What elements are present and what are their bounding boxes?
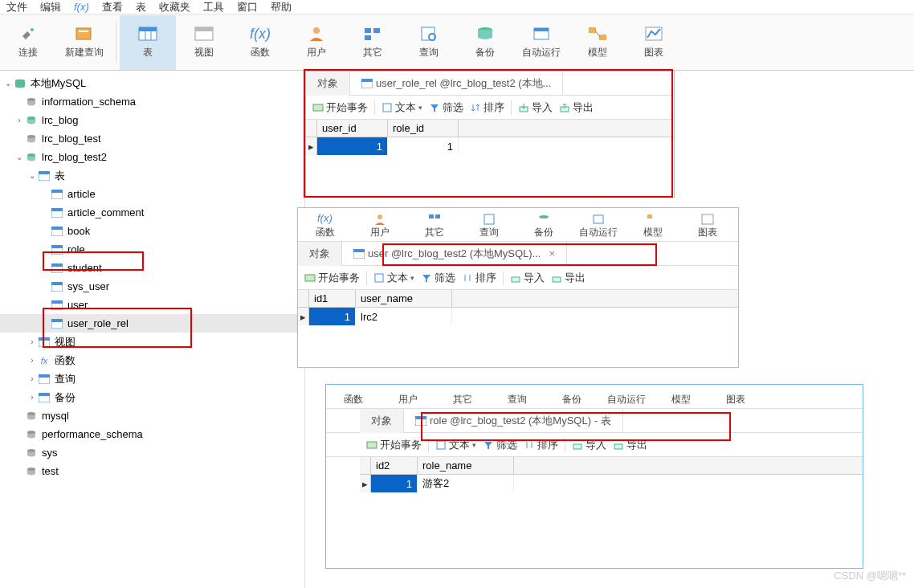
tree-item-article-comment[interactable]: article_comment <box>0 203 304 222</box>
mini-user[interactable]: 用户 <box>353 214 407 239</box>
menu-edit[interactable]: 编辑 <box>40 0 61 14</box>
mini-other[interactable]: 其它 <box>407 214 462 239</box>
mini-chart[interactable]: 图表 <box>680 214 735 239</box>
table-row[interactable]: ▸ 1 1 <box>306 137 674 155</box>
tree-item-student[interactable]: student <box>0 259 304 277</box>
menu-fx[interactable]: f(x) <box>74 1 89 13</box>
mini-auto[interactable]: 自动运行 <box>571 214 626 239</box>
col-user-id[interactable]: user_id <box>317 120 388 137</box>
mini-fx[interactable]: 函数 <box>326 393 381 406</box>
menu-file[interactable]: 文件 <box>6 0 27 14</box>
mini-model[interactable]: 模型 <box>654 393 708 406</box>
tree-item-mysql[interactable]: mysql <box>0 406 304 425</box>
tree-item-test[interactable]: test <box>0 462 304 480</box>
tab-user-role-rel[interactable]: user_role_rel @lrc_blog_test2 (本地... <box>350 71 563 96</box>
filter[interactable]: 筛选 <box>429 100 463 115</box>
tool-query[interactable]: 查询 <box>401 15 457 70</box>
col-id1[interactable]: id1 <box>309 290 356 307</box>
tree-item-视图[interactable]: ›视图 <box>0 333 304 351</box>
mini-user[interactable]: 用户 <box>381 393 435 406</box>
text-mode[interactable]: 文本▾ <box>382 100 422 115</box>
menu-window[interactable]: 窗口 <box>237 0 258 14</box>
tree-item-performance-schema[interactable]: performance_schema <box>0 425 304 443</box>
table-row[interactable]: ▸ 1 lrc2 <box>298 308 738 325</box>
text-mode[interactable]: 文本▾ <box>373 271 414 285</box>
cell-id2[interactable]: 1 <box>371 475 418 492</box>
text-mode[interactable]: 文本▾ <box>435 438 476 452</box>
export[interactable]: 导出 <box>559 100 594 115</box>
export[interactable]: 导出 <box>551 271 586 285</box>
tool-connect[interactable]: 连接 <box>0 15 56 70</box>
sort[interactable]: 排序 <box>462 271 496 285</box>
sort[interactable]: 排序 <box>524 438 558 452</box>
cell-role-id[interactable]: 1 <box>388 137 459 155</box>
tab-user[interactable]: user @lrc_blog_test2 (本地MySQL)... × <box>342 242 567 266</box>
cell-role-name[interactable]: 游客2 <box>418 475 514 492</box>
col-user-name[interactable]: user_name <box>356 290 452 307</box>
tool-other[interactable]: 其它 <box>345 15 401 70</box>
tree-item-lrc-blog[interactable]: ›lrc_blog <box>0 111 304 129</box>
export[interactable]: 导出 <box>613 438 647 452</box>
tool-auto[interactable]: 自动运行 <box>513 15 569 70</box>
tree-item-article[interactable]: article <box>0 185 304 203</box>
tree-item-lrc-blog-test2[interactable]: ⌄lrc_blog_test2 <box>0 148 304 166</box>
start-transaction[interactable]: 开始事务 <box>366 438 422 452</box>
tree-item-user-role-rel[interactable]: user_role_rel <box>0 314 304 333</box>
tool-user[interactable]: 用户 <box>288 15 345 70</box>
start-transaction[interactable]: 开始事务 <box>304 271 360 285</box>
menu-tools[interactable]: 工具 <box>203 0 224 14</box>
mini-model[interactable]: 模型 <box>626 214 680 239</box>
tree-root[interactable]: ⌄ 本地MySQL <box>0 74 304 92</box>
menu-table[interactable]: 表 <box>136 0 146 14</box>
import[interactable]: 导入 <box>572 438 606 452</box>
menu-help[interactable]: 帮助 <box>271 0 292 14</box>
tab-role[interactable]: role @lrc_blog_test2 (本地MySQL) - 表 <box>404 409 623 433</box>
tool-backup[interactable]: 备份 <box>457 15 513 70</box>
menu-fav[interactable]: 收藏夹 <box>159 0 190 14</box>
svg-point-9 <box>313 27 320 34</box>
tool-table[interactable]: 表 <box>120 15 176 70</box>
mini-backup[interactable]: 备份 <box>516 214 571 239</box>
tree-item-备份[interactable]: ›备份 <box>0 388 304 406</box>
tool-chart[interactable]: 图表 <box>626 15 682 70</box>
filter[interactable]: 筛选 <box>421 271 455 285</box>
tab-object[interactable]: 对象 <box>360 409 404 433</box>
mini-chart[interactable]: 图表 <box>708 393 763 406</box>
close-icon[interactable]: × <box>549 247 555 259</box>
tree-item-role[interactable]: role <box>0 240 304 259</box>
mini-other[interactable]: 其它 <box>435 393 490 406</box>
tab-object[interactable]: 对象 <box>306 71 350 96</box>
filter[interactable]: 筛选 <box>483 438 517 452</box>
tree-item-表[interactable]: ⌄表 <box>0 166 304 185</box>
mini-auto[interactable]: 自动运行 <box>599 393 654 406</box>
tab-object[interactable]: 对象 <box>298 242 342 266</box>
col-id2[interactable]: id2 <box>371 457 418 474</box>
mini-query[interactable]: 查询 <box>490 393 545 406</box>
tree-item-sys[interactable]: sys <box>0 443 304 462</box>
tree-item-user[interactable]: user <box>0 296 304 314</box>
mini-backup[interactable]: 备份 <box>545 393 599 406</box>
cell-user-name[interactable]: lrc2 <box>356 308 452 325</box>
cell-id1[interactable]: 1 <box>309 308 356 325</box>
tree-item-lrc-blog-test[interactable]: lrc_blog_test <box>0 129 304 148</box>
col-role-name[interactable]: role_name <box>418 457 514 474</box>
mini-query[interactable]: 查询 <box>462 214 516 239</box>
tool-fx[interactable]: f(x) 函数 <box>232 15 288 70</box>
table-row[interactable]: ▸ 1 游客2 <box>360 475 863 492</box>
tree-item-函数[interactable]: ›fx函数 <box>0 351 304 370</box>
tree-item-sys-user[interactable]: sys_user <box>0 277 304 296</box>
tool-model[interactable]: 模型 <box>569 15 626 70</box>
tree-item-查询[interactable]: ›查询 <box>0 370 304 388</box>
menu-view[interactable]: 查看 <box>102 0 123 14</box>
tool-newquery[interactable]: 新建查询 <box>56 15 112 70</box>
import[interactable]: 导入 <box>518 100 553 115</box>
tree-item-information-schema[interactable]: information_schema <box>0 92 304 111</box>
mini-fx[interactable]: f(x)函数 <box>298 212 353 239</box>
start-transaction[interactable]: 开始事务 <box>312 100 368 115</box>
cell-user-id[interactable]: 1 <box>317 137 388 155</box>
tree-item-book[interactable]: book <box>0 222 304 240</box>
import[interactable]: 导入 <box>510 271 545 285</box>
sort[interactable]: 排序 <box>470 100 504 115</box>
tool-view[interactable]: 视图 <box>176 15 232 70</box>
col-role-id[interactable]: role_id <box>388 120 459 137</box>
